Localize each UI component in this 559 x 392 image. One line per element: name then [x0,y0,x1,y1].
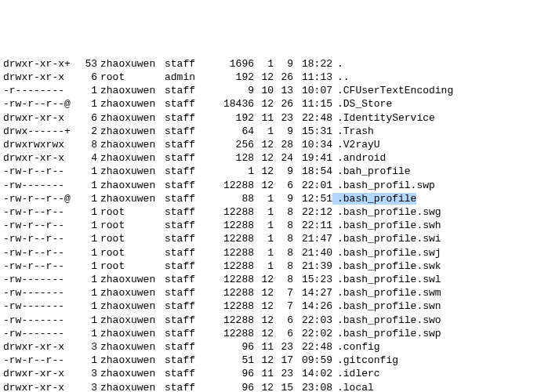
file-name: .bash_profile.swp [332,328,441,339]
size: 12288 [209,299,254,313]
group: staff [165,367,209,380]
link-count: 1 [74,286,97,299]
owner: zhaoxuwen [97,299,165,313]
size: 1696 [209,57,254,71]
permissions: -rw------- [3,179,74,192]
list-row: drwxr-xr-x3zhaoxuwenstaff96121523:08.loc… [3,381,556,392]
link-count: 6 [74,111,97,125]
time: 10:34 [293,138,332,151]
group: staff [165,232,209,245]
day: 24 [274,151,293,165]
file-name: .bash_profile.swi [332,233,441,245]
group: staff [165,151,209,165]
permissions: drwxrwxrwx [3,138,74,151]
time: 22:48 [293,111,332,125]
day: 26 [274,97,293,111]
size: 192 [209,111,254,125]
month: 1 [254,125,274,138]
size: 128 [209,151,254,165]
group: staff [165,179,209,192]
group: staff [165,125,209,138]
link-count: 1 [74,84,97,97]
file-name: .bash_profile.swj [332,247,441,259]
list-row: drwxr-xr-x6rootadmin192122611:13.. [3,71,556,84]
list-row: -rw-r--r--1rootstaff122881821:40.bash_pr… [3,246,556,260]
list-row: -rw-r--r--1zhaoxuwenstaff51121709:59.git… [3,354,556,367]
group: staff [165,84,209,97]
day: 8 [274,205,293,219]
link-count: 53 [74,57,97,71]
permissions: -rw------- [3,286,74,299]
size: 88 [209,192,254,205]
owner: zhaoxuwen [97,151,165,165]
month: 12 [254,354,274,367]
group: staff [165,273,209,286]
file-name: .bash_profile [332,193,416,205]
list-row: -rw-------1zhaoxuwenstaff1228812622:02.b… [3,327,556,340]
permissions: drwxr-xr-x [3,111,74,125]
group: admin [165,71,209,84]
month: 1 [254,219,274,232]
owner: root [97,205,165,219]
size: 256 [209,138,254,151]
file-name: .V2rayU [332,139,380,151]
day: 23 [274,340,293,354]
owner: zhaoxuwen [97,57,165,71]
day: 15 [274,381,293,392]
list-row: -rw-------1zhaoxuwenstaff1228812622:03.b… [3,314,556,327]
owner: root [97,232,165,245]
list-row: -rw-r--r--@1zhaoxuwenstaff18436122611:15… [3,97,556,111]
owner: zhaoxuwen [97,314,165,327]
owner: zhaoxuwen [97,125,165,138]
time: 22:01 [293,179,332,192]
month: 11 [254,340,274,354]
month: 12 [254,151,274,165]
file-name: .DS_Store [332,98,392,110]
file-name: .bah_profile [332,165,411,177]
list-row: -r--------1zhaoxuwenstaff9101310:07.CFUs… [3,84,556,97]
month: 1 [254,232,274,245]
link-count: 1 [74,327,97,340]
day: 8 [274,219,293,232]
day: 6 [274,314,293,327]
file-name: .bash_profile.swh [332,220,441,231]
list-row: drwxr-xr-x4zhaoxuwenstaff128122419:41.an… [3,151,556,165]
list-row: drwxr-xr-x3zhaoxuwenstaff96112322:48.con… [3,340,556,354]
month: 11 [254,111,274,125]
owner: root [97,219,165,232]
permissions: -rw------- [3,273,74,286]
permissions: drwxr-xr-x [3,151,74,165]
permissions: -rw-r--r-- [3,246,74,260]
link-count: 3 [74,367,97,380]
month: 12 [254,97,274,111]
group: staff [165,354,209,367]
file-name: .android [332,152,386,164]
file-name: .gitconfig [332,354,398,366]
permissions: -rw-r--r-- [3,219,74,232]
file-name: .idlerc [332,368,380,379]
permissions: drwxr-xr-x [3,381,74,392]
file-name: .bash_profile.swk [332,260,441,272]
owner: root [97,260,165,273]
link-count: 1 [74,273,97,286]
owner: zhaoxuwen [97,354,165,367]
permissions: -rw-r--r--@ [3,192,74,205]
size: 12288 [209,205,254,219]
time: 21:39 [293,260,332,273]
list-row: -rw-r--r--1rootstaff122881822:12.bash_pr… [3,205,556,219]
month: 12 [254,179,274,192]
time: 18:22 [293,57,332,71]
file-name: .bash_profil.swp [332,180,435,191]
group: staff [165,192,209,205]
link-count: 1 [74,192,97,205]
link-count: 1 [74,260,97,273]
permissions: -rw-r--r--@ [3,97,74,111]
link-count: 1 [74,205,97,219]
owner: zhaoxuwen [97,111,165,125]
link-count: 6 [74,71,97,84]
owner: zhaoxuwen [97,84,165,97]
time: 22:11 [293,219,332,232]
size: 96 [209,340,254,354]
day: 7 [274,299,293,313]
time: 14:26 [293,299,332,313]
